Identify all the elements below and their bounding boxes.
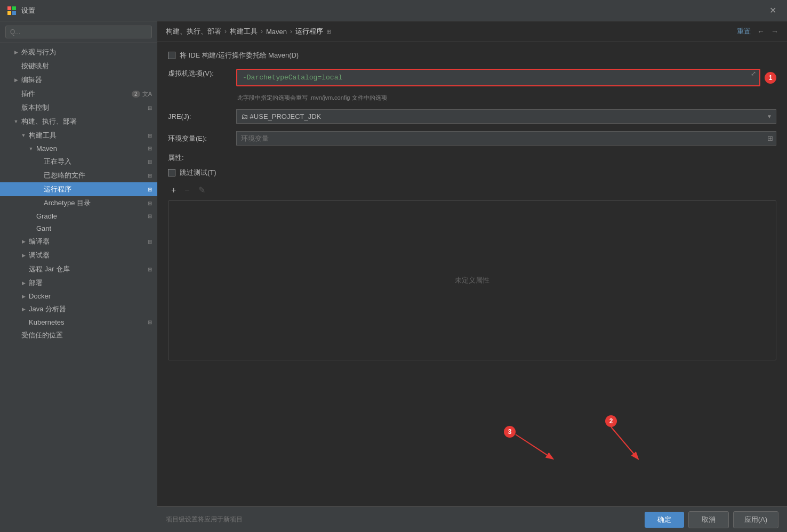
svg-text:2: 2 <box>609 417 613 425</box>
delegate-checkbox-label[interactable]: 将 IDE 构建/运行操作委托给 Maven(D) <box>168 51 299 60</box>
badge-count: 2 <box>132 91 140 98</box>
jre-label: JRE(J): <box>168 112 232 120</box>
jre-select[interactable]: 🗂 #USE_PROJECT_JDK <box>236 109 776 124</box>
sync-icon: ⊞ <box>148 267 152 272</box>
sync-icon: ⊞ <box>148 105 152 111</box>
sidebar-item-build[interactable]: ▼ 构建、执行、部署 <box>0 115 157 128</box>
forward-button[interactable]: → <box>771 27 778 36</box>
sidebar-item-label: 正在导入 <box>44 157 71 166</box>
sidebar-item-docker[interactable]: ▶ Docker <box>0 290 157 302</box>
sidebar-item-label: 按键映射 <box>21 61 49 71</box>
sidebar-item-label: 运行程序 <box>44 184 71 194</box>
breadcrumb-current: 运行程序 <box>295 27 323 36</box>
add-property-button[interactable]: + <box>168 184 179 196</box>
vm-options-input[interactable] <box>237 70 759 85</box>
archetype-badge: ⊞ <box>148 200 152 206</box>
sidebar-item-label: 受信任的位置 <box>21 331 63 340</box>
sidebar-item-label: 版本控制 <box>21 103 49 112</box>
apply-button[interactable]: 应用(A) <box>733 511 778 528</box>
sidebar-item-label: Kubernetes <box>29 318 65 326</box>
sidebar-item-trusted-locations[interactable]: ▶ 受信任的位置 <box>0 328 157 342</box>
sidebar-item-kubernetes[interactable]: ▶ Kubernetes ⊞ <box>0 316 157 328</box>
cancel-button[interactable]: 取消 <box>688 511 729 528</box>
sidebar-item-label: 编辑器 <box>21 75 42 85</box>
sidebar-search-wrapper <box>0 21 157 43</box>
annotation-badge-1: 1 <box>765 72 776 84</box>
breadcrumb-sep-3: › <box>290 28 292 35</box>
translate-icon: 文A <box>142 90 152 98</box>
footer-actions: 确定 取消 应用(A) <box>645 511 778 528</box>
properties-toolbar: + − ✎ <box>168 184 776 196</box>
ok-button[interactable]: 确定 <box>645 512 684 528</box>
sidebar-item-compiler[interactable]: ▶ 编译器 ⊞ <box>0 235 157 248</box>
sidebar-item-keymap[interactable]: ▶ 按键映射 <box>0 59 157 73</box>
sidebar-item-maven[interactable]: ▼ Maven ⊞ <box>0 142 157 155</box>
sync-icon: ⊞ <box>148 133 152 139</box>
sidebar-item-label: Gradle <box>36 212 57 220</box>
skip-test-checkbox[interactable] <box>168 169 175 176</box>
arrow-icon: ▼ <box>13 118 19 125</box>
compiler-badge: ⊞ <box>148 239 152 245</box>
env-input[interactable] <box>236 131 776 146</box>
sidebar-tree: ▶ 外观与行为 ▶ 按键映射 ▶ 编辑器 ▶ 插件 2 文A <box>0 43 157 532</box>
sidebar: ▶ 外观与行为 ▶ 按键映射 ▶ 编辑器 ▶ 插件 2 文A <box>0 21 157 532</box>
breadcrumb-sep-2: › <box>261 28 263 35</box>
sidebar-item-appearance[interactable]: ▶ 外观与行为 <box>0 45 157 59</box>
skip-test-label[interactable]: 跳过测试(T) <box>168 168 216 178</box>
vm-options-row: 虚拟机选项(V): ⤢ 1 <box>168 69 776 86</box>
env-edit-button[interactable]: ⊞ <box>767 134 773 142</box>
sidebar-item-label: 构建、执行、部署 <box>21 117 77 126</box>
sync-icon: ⊞ <box>148 319 152 325</box>
sidebar-item-gradle[interactable]: ▶ Gradle ⊞ <box>0 210 157 222</box>
sidebar-item-debugger[interactable]: ▶ 调试器 <box>0 248 157 262</box>
bottom-bar: 项目级设置将应用于新项目 确定 取消 应用(A) <box>157 506 787 532</box>
sidebar-item-remote-jar[interactable]: ▶ 远程 Jar 仓库 ⊞ <box>0 262 157 276</box>
sidebar-item-ignored-files[interactable]: ▶ 已忽略的文件 ⊞ <box>0 168 157 182</box>
app-icon <box>6 5 17 16</box>
sync-icon: ⊞ <box>148 146 152 151</box>
sidebar-item-build-tools[interactable]: ▼ 构建工具 ⊞ <box>0 128 157 142</box>
plugins-badge: 2 文A <box>132 90 152 98</box>
sidebar-item-deployment[interactable]: ▶ 部署 <box>0 276 157 290</box>
svg-rect-3 <box>12 11 16 15</box>
env-wrapper: ⊞ <box>236 131 776 146</box>
breadcrumb: 构建、执行、部署 › 构建工具 › Maven › 运行程序 ⊞ 重置 ← → <box>157 21 787 42</box>
sync-icon: ⊞ <box>148 213 152 219</box>
env-label: 环境变量(E): <box>168 134 232 143</box>
gradle-badge: ⊞ <box>148 213 152 219</box>
sidebar-item-label: Maven <box>36 144 57 152</box>
ignored-badge: ⊞ <box>148 173 152 179</box>
search-input[interactable] <box>5 26 152 38</box>
delegate-row: 将 IDE 构建/运行操作委托给 Maven(D) <box>168 51 776 60</box>
jre-select-wrapper: 🗂 #USE_PROJECT_JDK ▼ <box>236 109 776 124</box>
sidebar-item-label: Docker <box>29 292 51 300</box>
sidebar-item-runner[interactable]: ▶ 运行程序 ⊞ <box>0 182 157 196</box>
remove-property-button[interactable]: − <box>181 184 192 196</box>
breadcrumb-item-2: 构建工具 <box>230 27 258 36</box>
sidebar-item-label: 部署 <box>29 278 43 288</box>
arrow-icon: ▶ <box>20 293 27 300</box>
close-button[interactable]: ✕ <box>765 3 781 18</box>
vm-label: 虚拟机选项(V): <box>168 69 232 86</box>
sidebar-item-plugins[interactable]: ▶ 插件 2 文A <box>0 87 157 101</box>
sidebar-item-importing[interactable]: ▶ 正在导入 ⊞ <box>0 155 157 168</box>
sidebar-item-archetype[interactable]: ▶ Archetype 目录 ⊞ <box>0 196 157 210</box>
svg-line-6 <box>516 434 552 458</box>
arrow-icon: ▶ <box>20 306 27 312</box>
sidebar-item-vcs[interactable]: ▶ 版本控制 ⊞ <box>0 101 157 115</box>
delegate-checkbox[interactable] <box>168 52 175 59</box>
vm-hint: 此字段中指定的选项会重写 .mvn/jvm.config 文件中的选项 <box>237 94 776 102</box>
sidebar-item-java-analyzer[interactable]: ▶ Java 分析器 <box>0 302 157 316</box>
reset-button[interactable]: 重置 <box>737 27 751 36</box>
edit-property-button[interactable]: ✎ <box>195 184 208 196</box>
sidebar-item-gant[interactable]: ▶ Gant <box>0 222 157 235</box>
title-bar: 设置 ✕ <box>0 0 787 21</box>
sidebar-item-editor[interactable]: ▶ 编辑器 <box>0 73 157 87</box>
svg-line-9 <box>611 427 638 458</box>
expand-icon[interactable]: ⤢ <box>751 70 756 77</box>
sidebar-item-label: 插件 <box>21 89 35 99</box>
back-button[interactable]: ← <box>757 27 765 36</box>
breadcrumb-actions: 重置 ← → <box>737 27 778 36</box>
runner-badge: ⊞ <box>148 187 152 192</box>
arrow-icon: ▶ <box>20 280 27 286</box>
